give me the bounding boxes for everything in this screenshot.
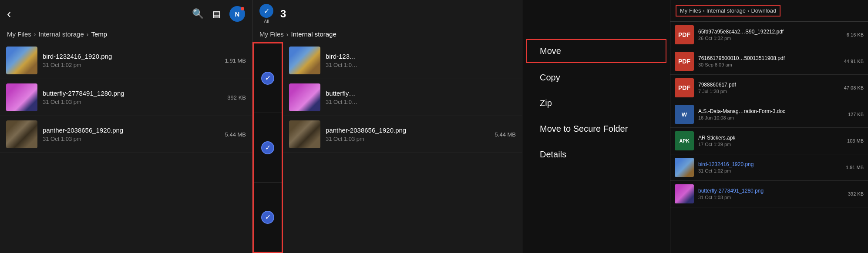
p4-info-pdf1: 65fd97a95e8c4a2…S90_192212.pdf 26 Oct 1:… [698, 29, 842, 41]
sel-size-panther: 5.44 MB [495, 131, 516, 138]
file-size-bird: 1.91 MB [225, 57, 246, 64]
select-all-button[interactable]: ✓ All [259, 4, 273, 24]
p4-apk-icon: APK [675, 131, 694, 150]
p4-date-pdf1: 26 Oct 1:32 pm [698, 36, 842, 41]
sel-file-panther[interactable]: panther-2038656_1920.png 31 Oct 1:03 pm … [283, 116, 522, 153]
context-copy[interactable]: Copy [522, 65, 670, 90]
p4-breadcrumb-download[interactable]: Download [751, 7, 776, 14]
grid-view-icon[interactable]: ▤ [212, 9, 221, 19]
p4-chevron-1: › [703, 7, 704, 14]
file-date-bird: 31 Oct 1:02 pm [43, 62, 220, 68]
p4-size-pdf1: 6.16 KB [847, 32, 864, 37]
p4-date-pdf3: 7 Jul 1:28 pm [698, 89, 840, 94]
notification-badge[interactable]: N [229, 6, 245, 22]
check-all-icon: ✓ [259, 4, 273, 18]
p4-size-butterfly: 392 KB [848, 191, 864, 196]
p4-file-pdf3[interactable]: PDF 7988860617.pdf 7 Jul 1:28 pm 47.08 K… [670, 75, 868, 101]
breadcrumb-level2[interactable]: Temp [91, 30, 107, 38]
panel4-breadcrumb: My Files › Internal storage › Download [676, 5, 781, 17]
context-secure-folder[interactable]: Move to Secure Folder [522, 116, 670, 142]
p4-file-doc[interactable]: W A.S.-Data-Manag…ration-Form-3.doc 16 J… [670, 101, 868, 128]
search-icon[interactable]: 🔍 [192, 8, 204, 20]
file-name-bird: bird-1232416_1920.png [43, 53, 220, 60]
sel-file-bird[interactable]: bird-123… 31 Oct 1:0… [283, 42, 522, 79]
p4-file-butterfly[interactable]: butterfly-2778491_1280.png 31 Oct 1:03 p… [670, 181, 868, 207]
p4-info-pdf2: 76166179500010…50013511908.pdf 30 Sep 8:… [698, 55, 840, 67]
p4-size-apk: 103 MB [847, 138, 864, 143]
file-item-panther[interactable]: panther-2038656_1920.png 31 Oct 1:03 pm … [0, 116, 252, 153]
check-filled-panther: ✓ [261, 211, 274, 224]
file-list-selection: bird-123… 31 Oct 1:0… butterfly… 31 Oct … [283, 42, 522, 253]
p4-chevron-2: › [747, 7, 749, 14]
panel-left: ‹ 🔍 ▤ N My Files › Internal storage › Te… [0, 0, 252, 253]
sel-date-panther: 31 Oct 1:03 pm [326, 136, 490, 142]
breadcrumb-left: My Files › Internal storage › Temp [0, 28, 252, 42]
toolbar-selection: ✓ All 3 [252, 0, 522, 28]
file-thumb-bird [6, 47, 37, 74]
breadcrumb-sel-level1[interactable]: Internal storage [291, 30, 336, 38]
file-info-bird: bird-1232416_1920.png 31 Oct 1:02 pm [43, 53, 220, 68]
p4-name-doc: A.S.-Data-Manag…ration-Form-3.doc [698, 108, 798, 114]
file-size-panther: 5.44 MB [225, 131, 246, 138]
sel-name-bird: bird-123… [326, 53, 516, 60]
p4-size-pdf3: 47.08 KB [844, 85, 864, 90]
sel-name-butterfly: butterfly… [326, 90, 516, 97]
context-menu: Move Copy Zip Move to Secure Folder Deta… [522, 35, 670, 172]
select-all-label: All [264, 19, 269, 24]
sel-name-panther: panther-2038656_1920.png [326, 126, 490, 134]
check-filled-bird: ✓ [261, 72, 274, 85]
check-filled-butterfly: ✓ [261, 141, 274, 154]
p4-date-doc: 16 Jun 10:08 am [698, 115, 844, 120]
file-item-bird[interactable]: bird-1232416_1920.png 31 Oct 1:02 pm 1.9… [0, 42, 252, 79]
sel-date-butterfly: 31 Oct 1:0… [326, 99, 516, 105]
breadcrumb-level1[interactable]: Internal storage [39, 30, 84, 38]
p4-file-apk[interactable]: APK AR Stickers.apk 17 Oct 1:39 pm 103 M… [670, 128, 868, 154]
p4-name-pdf1: 65fd97a95e8c4a2…S90_192212.pdf [698, 29, 798, 35]
p4-breadcrumb-root[interactable]: My Files [680, 7, 701, 14]
file-date-panther: 31 Oct 1:03 pm [43, 136, 220, 142]
p4-name-apk: AR Stickers.apk [698, 135, 798, 141]
p4-name-pdf3: 7988860617.pdf [698, 82, 798, 88]
sel-info-butterfly: butterfly… 31 Oct 1:0… [326, 90, 516, 105]
p4-size-bird: 1.91 MB [846, 165, 864, 170]
breadcrumb-chevron-2: › [87, 31, 89, 38]
back-button[interactable]: ‹ [7, 7, 11, 21]
context-zip[interactable]: Zip [522, 90, 670, 116]
p4-date-bird: 31 Oct 1:02 pm [698, 168, 841, 173]
p4-pdf-icon-2: PDF [675, 52, 694, 71]
checkbox-butterfly[interactable]: ✓ [254, 113, 282, 183]
file-thumb-panther [6, 120, 37, 148]
context-details[interactable]: Details [522, 142, 670, 167]
breadcrumb-sel-chevron: › [286, 31, 289, 38]
sel-thumb-butterfly [289, 83, 320, 111]
file-item-butterfly[interactable]: butterfly-2778491_1280.png 31 Oct 1:03 p… [0, 79, 252, 116]
breadcrumb-root[interactable]: My Files [7, 30, 31, 38]
p4-date-apk: 17 Oct 1:39 pm [698, 142, 843, 147]
checkbox-panther[interactable]: ✓ [254, 183, 282, 252]
p4-date-pdf2: 30 Sep 8:09 am [698, 62, 840, 67]
p4-name-bird: bird-1232416_1920.png [698, 161, 798, 167]
p4-bird-thumb [675, 158, 694, 177]
panel-download: My Files › Internal storage › Download P… [670, 0, 868, 253]
breadcrumb-sel-root[interactable]: My Files [259, 30, 284, 38]
sel-date-bird: 31 Oct 1:0… [326, 62, 516, 68]
p4-info-pdf3: 7988860617.pdf 7 Jul 1:28 pm [698, 82, 840, 94]
p4-info-apk: AR Stickers.apk 17 Oct 1:39 pm [698, 135, 843, 147]
p4-file-pdf2[interactable]: PDF 76166179500010…50013511908.pdf 30 Se… [670, 48, 868, 75]
p4-file-pdf1[interactable]: PDF 65fd97a95e8c4a2…S90_192212.pdf 26 Oc… [670, 22, 868, 48]
breadcrumb-selection: My Files › Internal storage [252, 28, 522, 42]
p4-breadcrumb-storage[interactable]: Internal storage [707, 7, 746, 14]
p4-file-bird[interactable]: bird-1232416_1920.png 31 Oct 1:02 pm 1.9… [670, 154, 868, 181]
file-size-butterfly: 392 KB [227, 94, 246, 101]
p4-size-pdf2: 44.91 KB [844, 59, 864, 64]
p4-info-doc: A.S.-Data-Manag…ration-Form-3.doc 16 Jun… [698, 108, 844, 120]
file-thumb-butterfly [6, 83, 37, 111]
selection-content: ✓ ✓ ✓ bird-123… 31 Oct 1:0… butterfly [252, 42, 522, 253]
checkbox-bird[interactable]: ✓ [254, 43, 282, 113]
breadcrumb-chevron-1: › [34, 31, 36, 38]
sel-file-butterfly[interactable]: butterfly… 31 Oct 1:0… [283, 79, 522, 116]
context-move[interactable]: Move [526, 39, 666, 63]
p4-info-bird: bird-1232416_1920.png 31 Oct 1:02 pm [698, 161, 841, 173]
sel-info-panther: panther-2038656_1920.png 31 Oct 1:03 pm [326, 126, 490, 142]
panel4-header: My Files › Internal storage › Download [670, 0, 868, 22]
